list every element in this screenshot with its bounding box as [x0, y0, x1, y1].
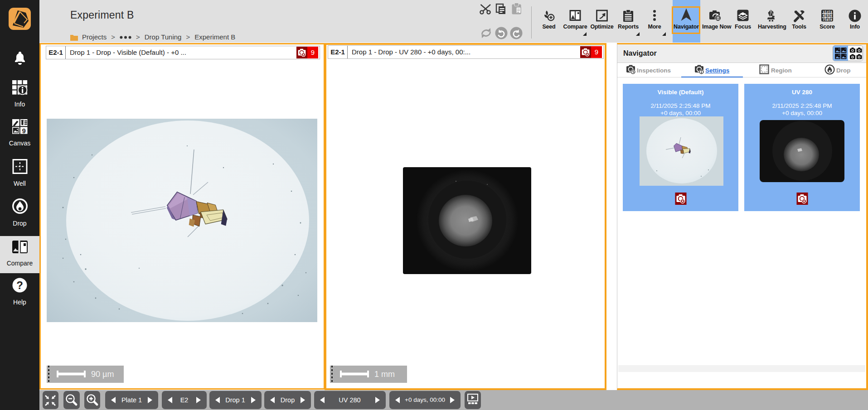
svg-text:8: 8: [826, 18, 828, 22]
svg-text:?: ?: [16, 279, 23, 291]
svg-text:9: 9: [830, 18, 832, 22]
svg-text:7: 7: [823, 18, 824, 22]
svg-text:9: 9: [22, 127, 25, 134]
